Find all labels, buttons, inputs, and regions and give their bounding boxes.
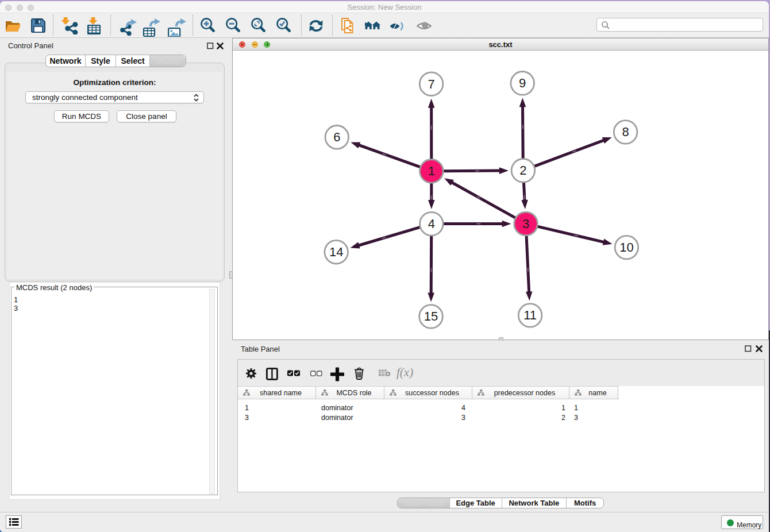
svg-text:14: 14 [329, 245, 343, 259]
svg-text:15: 15 [424, 309, 438, 323]
svg-text:4: 4 [428, 217, 435, 231]
svg-text:3: 3 [522, 217, 529, 231]
svg-text:8: 8 [622, 125, 629, 139]
svg-text:11: 11 [523, 308, 537, 322]
svg-text:6: 6 [333, 130, 340, 144]
svg-text:2: 2 [519, 163, 526, 178]
svg-text:9: 9 [519, 76, 526, 90]
svg-text:10: 10 [619, 240, 633, 255]
svg-text:1: 1 [428, 164, 435, 178]
svg-text:7: 7 [428, 77, 434, 91]
